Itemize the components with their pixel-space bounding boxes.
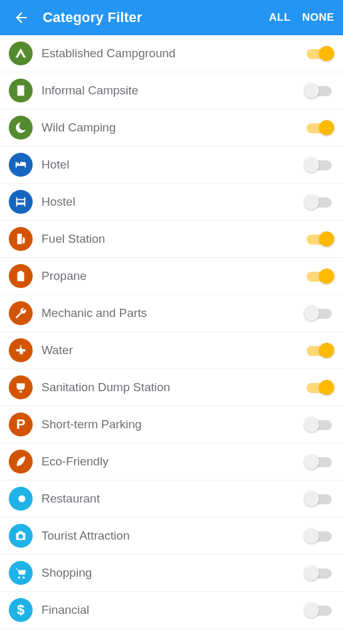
category-row-mechanic-and-parts: Mechanic and Parts [0, 295, 343, 332]
category-row-financial: $Financial [0, 592, 343, 629]
toggle-established-campground[interactable] [304, 45, 334, 62]
category-label: Shopping [41, 566, 304, 580]
toggle-hostel[interactable] [304, 193, 334, 211]
category-row-short-term-parking: PShort-term Parking [0, 406, 343, 443]
letter-p-icon: P [9, 413, 33, 436]
category-row-shopping: Shopping [0, 555, 343, 592]
toggle-tourist-attraction[interactable] [304, 527, 334, 545]
toggle-short-term-parking[interactable] [304, 416, 334, 433]
toggle-eco-friendly[interactable] [304, 453, 334, 470]
category-row-eco-friendly: Eco-Friendly [0, 443, 343, 480]
faucet-icon [9, 338, 33, 362]
category-label: Short-term Parking [41, 418, 304, 431]
category-row-established-campground: Established Campground [0, 35, 343, 72]
toggle-wild-camping[interactable] [304, 119, 334, 136]
dollar-icon: $ [9, 598, 33, 622]
tent-icon [9, 42, 33, 65]
fuel-icon [9, 227, 33, 251]
category-label: Eco-Friendly [41, 455, 304, 469]
category-label: Mechanic and Parts [41, 306, 304, 320]
page-title: Category Filter [43, 9, 258, 26]
building-icon [9, 79, 33, 103]
app-header: Category Filter ALL NONE [0, 0, 343, 35]
toggle-informal-campsite[interactable] [304, 82, 334, 99]
propane-icon [9, 264, 33, 288]
category-label: Wild Camping [41, 121, 304, 135]
category-label: Sanitation Dump Station [41, 380, 304, 394]
category-label: Hotel [41, 158, 304, 172]
category-label: Propane [41, 269, 304, 283]
cart-icon [9, 561, 33, 585]
toggle-propane[interactable] [304, 267, 334, 285]
category-label: Water [41, 343, 304, 357]
dining-icon [9, 487, 33, 511]
category-label: Financial [41, 603, 304, 617]
camera-icon [9, 524, 33, 548]
category-list: Established CampgroundInformal CampsiteW… [0, 35, 343, 644]
bed-icon [9, 153, 33, 177]
toggle-financial[interactable] [304, 601, 334, 619]
category-label: Tourist Attraction [41, 529, 304, 543]
wrench-icon [9, 301, 33, 325]
toggle-sanitation-dump[interactable] [304, 379, 334, 396]
category-label: Restaurant [41, 492, 304, 506]
toggle-fuel-station[interactable] [304, 230, 334, 248]
back-arrow-icon [13, 9, 30, 26]
category-row-wild-camping: Wild Camping [0, 109, 343, 147]
category-row-hostel: Hostel [0, 184, 343, 221]
leaf-icon [9, 450, 33, 474]
toggle-mechanic-and-parts[interactable] [304, 304, 334, 322]
category-row-hotel: Hotel [0, 147, 343, 184]
category-row-fuel-station: Fuel Station [0, 221, 343, 258]
category-label: Established Campground [41, 47, 304, 60]
toggle-hotel[interactable] [304, 156, 334, 174]
category-row-restaurant: Restaurant [0, 480, 343, 518]
toggle-restaurant[interactable] [304, 490, 334, 508]
category-row-tourist-attraction: Tourist Attraction [0, 518, 343, 555]
category-row-water: Water [0, 332, 343, 369]
select-none-button[interactable]: NONE [302, 11, 334, 24]
category-row-propane: Propane [0, 258, 343, 295]
back-button[interactable] [9, 5, 34, 30]
moon-icon [9, 116, 33, 140]
category-label: Informal Campsite [41, 84, 304, 97]
category-label: Hostel [41, 195, 304, 209]
dump-icon [9, 375, 33, 399]
category-row-informal-campsite: Informal Campsite [0, 72, 343, 109]
toggle-water[interactable] [304, 341, 334, 359]
category-row-sanitation-dump: Sanitation Dump Station [0, 369, 343, 406]
toggle-shopping[interactable] [304, 564, 334, 582]
category-label: Fuel Station [41, 232, 304, 246]
select-all-button[interactable]: ALL [269, 11, 291, 24]
bunk-icon [9, 190, 33, 214]
